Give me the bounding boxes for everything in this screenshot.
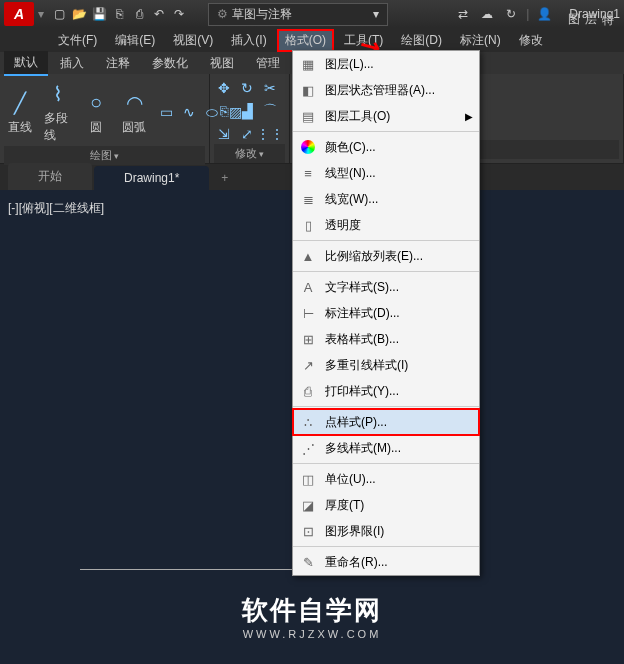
menu-item-label: 多重引线样式(I) bbox=[325, 357, 408, 374]
ribbon-tab-insert[interactable]: 插入 bbox=[50, 52, 94, 75]
mirror-icon[interactable]: ▟ bbox=[237, 101, 257, 121]
workspace-selector[interactable]: 草图与注释 ▾ bbox=[208, 3, 388, 26]
rotate-icon[interactable]: ↻ bbox=[237, 78, 257, 98]
menu-item-icon: ≡ bbox=[299, 164, 317, 182]
menu-item-icon: ≣ bbox=[299, 190, 317, 208]
menu-item-icon: ↗ bbox=[299, 356, 317, 374]
ribbon-tab-view[interactable]: 视图 bbox=[200, 52, 244, 75]
sync-icon[interactable]: ↻ bbox=[502, 5, 520, 23]
menu-file[interactable]: 文件(F) bbox=[50, 29, 105, 52]
menu-modify[interactable]: 修改 bbox=[511, 29, 551, 52]
ribbon-tab-annotate[interactable]: 注释 bbox=[96, 52, 140, 75]
menu-item-label: 表格样式(B)... bbox=[325, 331, 399, 348]
polyline-icon: ⌇ bbox=[44, 80, 72, 108]
document-title: Drawing1 bbox=[569, 7, 620, 21]
menu-item-label: 文字样式(S)... bbox=[325, 279, 399, 296]
watermark: 软件自学网 WWW.RJZXW.COM bbox=[0, 593, 624, 640]
save-icon[interactable]: 💾 bbox=[90, 5, 108, 23]
panel-modify-title[interactable]: 修改 bbox=[214, 144, 285, 163]
menu-separator bbox=[293, 271, 479, 272]
menu-tools[interactable]: 工具(T) bbox=[336, 29, 391, 52]
menu-separator bbox=[293, 463, 479, 464]
menu-item-icon: ⋰ bbox=[299, 439, 317, 457]
open-icon[interactable]: 📂 bbox=[70, 5, 88, 23]
menu-item-label: 标注样式(D)... bbox=[325, 305, 400, 322]
menu-item-label: 图层(L)... bbox=[325, 56, 374, 73]
dropdown-item[interactable]: ⊡图形界限(I) bbox=[293, 518, 479, 544]
polyline-button[interactable]: ⌇多段线 bbox=[42, 78, 74, 146]
fillet-icon[interactable]: ⌒ bbox=[260, 101, 280, 121]
menu-item-icon: ◫ bbox=[299, 470, 317, 488]
saveas-icon[interactable]: ⎘ bbox=[110, 5, 128, 23]
dropdown-item[interactable]: ▦图层(L)... bbox=[293, 51, 479, 77]
dropdown-item[interactable]: ⊢标注样式(D)... bbox=[293, 300, 479, 326]
dropdown-item[interactable]: ▯透明度 bbox=[293, 212, 479, 238]
line-button[interactable]: ╱直线 bbox=[4, 87, 36, 138]
dropdown-item[interactable]: 颜色(C)... bbox=[293, 134, 479, 160]
move-icon[interactable]: ✥ bbox=[214, 78, 234, 98]
tab-start[interactable]: 开始 bbox=[8, 163, 92, 190]
dropdown-item[interactable]: ≡线型(N)... bbox=[293, 160, 479, 186]
menu-item-label: 单位(U)... bbox=[325, 471, 376, 488]
dropdown-item[interactable]: ≣线宽(W)... bbox=[293, 186, 479, 212]
dropdown-item[interactable]: ⊞表格样式(B)... bbox=[293, 326, 479, 352]
cloud-icon[interactable]: ☁ bbox=[478, 5, 496, 23]
ribbon-tab-default[interactable]: 默认 bbox=[4, 51, 48, 76]
menu-item-label: 透明度 bbox=[325, 217, 361, 234]
share-icon[interactable]: ⇄ bbox=[454, 5, 472, 23]
menu-item-label: 比例缩放列表(E)... bbox=[325, 248, 423, 265]
menu-dimension[interactable]: 标注(N) bbox=[452, 29, 509, 52]
menu-separator bbox=[293, 240, 479, 241]
arc-icon: ◠ bbox=[120, 89, 148, 117]
ribbon-tab-parametric[interactable]: 参数化 bbox=[142, 52, 198, 75]
menu-item-icon: ⊢ bbox=[299, 304, 317, 322]
menu-item-icon: ⊞ bbox=[299, 330, 317, 348]
scale-icon[interactable]: ⤢ bbox=[237, 124, 257, 144]
logo-dropdown-icon[interactable]: ▾ bbox=[38, 7, 44, 21]
arc-button[interactable]: ◠圆弧 bbox=[118, 87, 150, 138]
menu-format[interactable]: 格式(O) bbox=[277, 29, 334, 52]
undo-icon[interactable]: ↶ bbox=[150, 5, 168, 23]
new-icon[interactable]: ▢ bbox=[50, 5, 68, 23]
menu-item-icon: ▦ bbox=[299, 55, 317, 73]
stretch-icon[interactable]: ⇲ bbox=[214, 124, 234, 144]
menu-item-label: 线宽(W)... bbox=[325, 191, 378, 208]
tab-add-button[interactable]: + bbox=[211, 166, 238, 190]
menu-insert[interactable]: 插入(I) bbox=[223, 29, 274, 52]
dropdown-item[interactable]: A文字样式(S)... bbox=[293, 274, 479, 300]
dropdown-item[interactable]: ↗多重引线样式(I) bbox=[293, 352, 479, 378]
dropdown-item[interactable]: ⎙打印样式(Y)... bbox=[293, 378, 479, 404]
menu-item-icon: ◪ bbox=[299, 496, 317, 514]
app-logo-icon[interactable]: A bbox=[4, 2, 34, 26]
dropdown-item[interactable]: ◫单位(U)... bbox=[293, 466, 479, 492]
menu-edit[interactable]: 编辑(E) bbox=[107, 29, 163, 52]
dropdown-item[interactable]: ◪厚度(T) bbox=[293, 492, 479, 518]
dropdown-item[interactable]: ▲比例缩放列表(E)... bbox=[293, 243, 479, 269]
menu-view[interactable]: 视图(V) bbox=[165, 29, 221, 52]
spline-icon[interactable]: ∿ bbox=[179, 102, 199, 122]
menu-bar: 文件(F) 编辑(E) 视图(V) 插入(I) 格式(O) 工具(T) 绘图(D… bbox=[0, 28, 624, 52]
copy-icon[interactable]: ⎘ bbox=[214, 101, 234, 121]
menu-draw[interactable]: 绘图(D) bbox=[393, 29, 450, 52]
rect-icon[interactable]: ▭ bbox=[156, 102, 176, 122]
tab-drawing1[interactable]: Drawing1* bbox=[94, 166, 209, 190]
circle-icon: ○ bbox=[82, 89, 110, 117]
circle-button[interactable]: ○圆 bbox=[80, 87, 112, 138]
trim-icon[interactable]: ✂ bbox=[260, 78, 280, 98]
print-icon[interactable]: ⎙ bbox=[130, 5, 148, 23]
watermark-sub: WWW.RJZXW.COM bbox=[0, 628, 624, 640]
menu-item-icon: ▯ bbox=[299, 216, 317, 234]
dropdown-item[interactable]: ◧图层状态管理器(A)... bbox=[293, 77, 479, 103]
ribbon-tab-manage[interactable]: 管理 bbox=[246, 52, 290, 75]
title-bar: A ▾ ▢ 📂 💾 ⎘ ⎙ ↶ ↷ 草图与注释 ▾ ⇄ ☁ ↻ | 👤 Draw… bbox=[0, 0, 624, 28]
menu-separator bbox=[293, 131, 479, 132]
menu-separator bbox=[293, 406, 479, 407]
dropdown-item[interactable]: ✎重命名(R)... bbox=[293, 549, 479, 575]
dropdown-item[interactable]: ∴点样式(P)... bbox=[293, 409, 479, 435]
dropdown-item[interactable]: ⋰多线样式(M)... bbox=[293, 435, 479, 461]
redo-icon[interactable]: ↷ bbox=[170, 5, 188, 23]
array-icon[interactable]: ⋮⋮ bbox=[260, 124, 280, 144]
signin-icon[interactable]: 👤 bbox=[535, 5, 553, 23]
dropdown-item[interactable]: ▤图层工具(O)▶ bbox=[293, 103, 479, 129]
viewport-label[interactable]: [-][俯视][二维线框] bbox=[8, 200, 104, 217]
